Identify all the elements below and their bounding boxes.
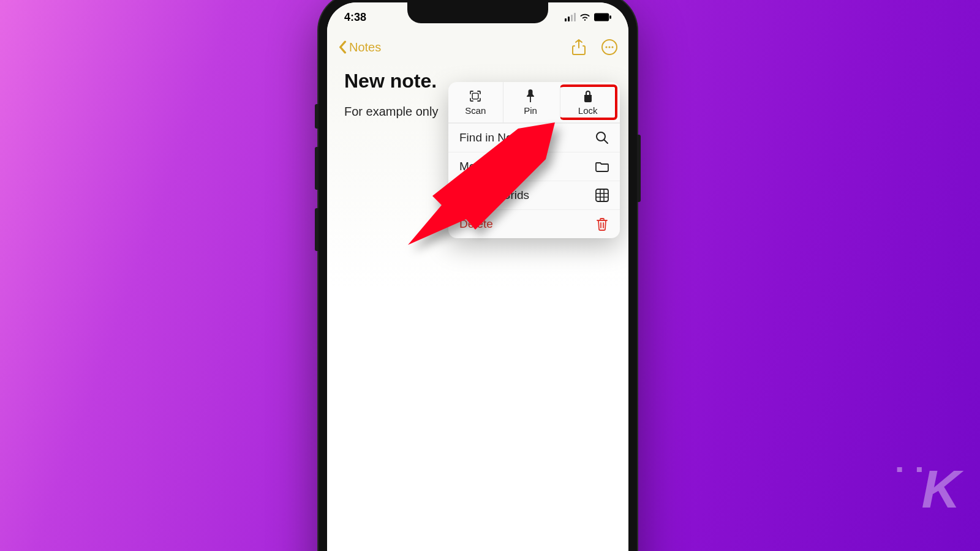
delete-row[interactable]: Delete: [448, 209, 620, 238]
signal-icon: [565, 13, 576, 21]
lock-label: Lock: [578, 105, 598, 116]
trash-icon: [595, 217, 609, 231]
svg-rect-7: [530, 97, 531, 102]
context-menu: Scan Pin Lock Find in Note: [448, 82, 620, 238]
find-in-note-row[interactable]: Find in Note: [448, 123, 620, 152]
search-icon: [595, 131, 609, 144]
scan-action[interactable]: Scan: [448, 82, 503, 122]
svg-point-4: [608, 46, 610, 48]
side-buttons-left: [315, 104, 318, 251]
svg-rect-0: [594, 13, 609, 21]
lock-icon: [581, 89, 595, 103]
back-label: Notes: [349, 40, 381, 54]
svg-rect-6: [473, 93, 479, 99]
wifi-icon: [579, 13, 590, 21]
folder-icon: [595, 160, 609, 173]
lock-action[interactable]: Lock: [560, 84, 617, 120]
phone-screen: 4:38 Notes: [327, 2, 628, 551]
chevron-left-icon: [338, 40, 347, 54]
scan-icon: [469, 89, 482, 103]
status-right: [565, 13, 611, 21]
share-icon: [572, 39, 586, 55]
ellipsis-circle-icon: [601, 39, 617, 55]
phone-frame: 4:38 Notes: [318, 0, 637, 551]
move-label: Move Note: [459, 160, 516, 173]
back-button[interactable]: Notes: [338, 40, 381, 54]
more-button[interactable]: [601, 39, 617, 55]
side-button-right: [637, 135, 641, 202]
scan-label: Scan: [465, 105, 486, 116]
pin-action[interactable]: Pin: [503, 82, 558, 122]
delete-label: Delete: [459, 217, 493, 231]
lines-label: Lines & Grids: [459, 189, 529, 202]
status-time: 4:38: [344, 11, 366, 24]
grid-icon: [595, 189, 609, 202]
svg-rect-1: [609, 15, 611, 19]
svg-rect-10: [596, 189, 608, 201]
phone-notch: [407, 2, 548, 23]
share-button[interactable]: [571, 39, 587, 55]
pin-label: Pin: [524, 105, 537, 116]
svg-point-3: [605, 46, 607, 48]
nav-bar: Notes: [327, 32, 628, 62]
move-note-row[interactable]: Move Note: [448, 152, 620, 181]
pin-icon: [524, 89, 537, 103]
watermark: ▪ ▪K: [896, 458, 958, 520]
battery-icon: [594, 13, 611, 21]
context-menu-top-row: Scan Pin Lock: [448, 82, 620, 123]
find-label: Find in Note: [459, 131, 522, 144]
watermark-letter: K: [921, 459, 958, 519]
lines-grids-row[interactable]: Lines & Grids: [448, 181, 620, 209]
svg-point-5: [611, 46, 613, 48]
svg-line-9: [605, 140, 608, 144]
nav-right: [571, 39, 617, 55]
